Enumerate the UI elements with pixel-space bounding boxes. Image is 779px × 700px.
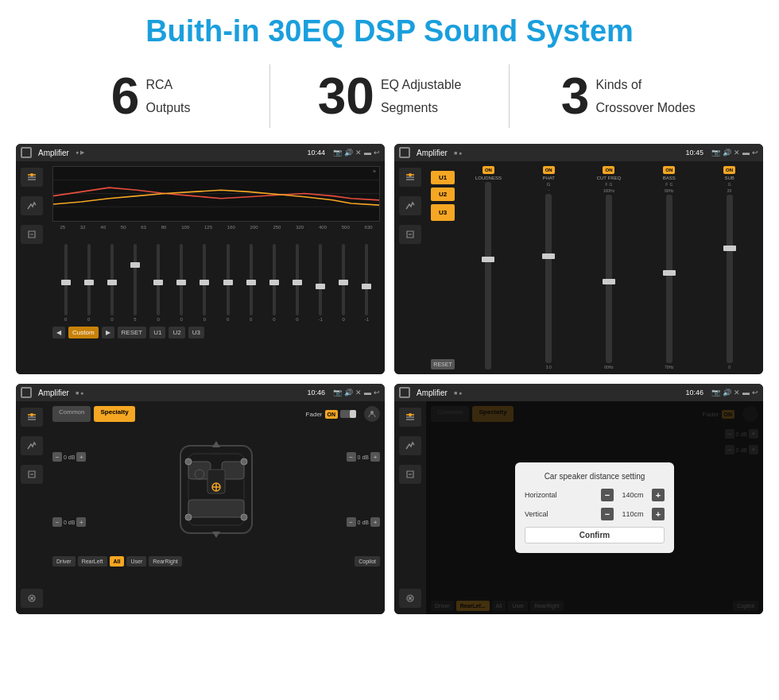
eq-slider-thumb-13[interactable] (362, 284, 371, 289)
preset-u2[interactable]: U2 (431, 188, 455, 201)
eq-slider-thumb-5[interactable] (176, 280, 186, 285)
eq-side-btn-3[interactable] (21, 225, 43, 244)
btn-rearright[interactable]: RearRight (149, 556, 182, 567)
home-icon-2[interactable] (399, 147, 410, 158)
dlg-side-btn-4[interactable] (399, 589, 421, 608)
status-bar-3: Amplifier ■ ● 10:46 📷 🔊 ✕ ▬ ↩ (16, 384, 385, 401)
eq-slider-thumb-11[interactable] (316, 284, 325, 289)
sp-side-btn-2[interactable] (21, 436, 43, 455)
eq-slider-track-11[interactable] (319, 244, 322, 315)
dialog-minus-vertical[interactable]: − (601, 508, 614, 520)
amp-side-btn-2[interactable] (399, 196, 421, 215)
eq-slider-thumb-12[interactable] (339, 280, 348, 285)
eq-slider-thumb-6[interactable] (200, 280, 209, 285)
eq-slider-track-6[interactable] (203, 244, 206, 315)
btn-driver[interactable]: Driver (52, 556, 76, 567)
eq-slider-col-11: -1 (315, 244, 326, 322)
preset-u3[interactable]: U3 (431, 204, 455, 221)
speaker-main-area: Common Specialty Fader ON (48, 401, 385, 614)
sp-side-btn-4[interactable] (21, 589, 43, 608)
eq-slider-thumb-7[interactable] (223, 280, 233, 285)
eq-custom-btn[interactable]: Custom (68, 327, 99, 338)
eq-slider-thumb-2[interactable] (107, 280, 117, 285)
app-name-3: Amplifier (38, 389, 69, 397)
dlg-side-btn-3[interactable] (399, 465, 421, 484)
eq-slider-track-12[interactable] (342, 244, 345, 315)
btn-rearleft[interactable]: RearLeft (78, 556, 107, 567)
eq-side-btn-2[interactable] (21, 196, 43, 215)
home-icon-3[interactable] (21, 387, 32, 398)
eq-slider-thumb-9[interactable] (269, 280, 279, 285)
eq-slider-track-3[interactable] (134, 244, 137, 315)
plus-btn-fr[interactable]: + (370, 452, 380, 462)
ch-bass-toggle[interactable]: ON (663, 166, 675, 174)
sp-side-btn-1[interactable] (21, 408, 43, 427)
eq-slider-track-13[interactable] (365, 244, 368, 315)
dialog-plus-horizontal[interactable]: + (652, 489, 665, 501)
db-val-rr: 0 dB (358, 520, 369, 525)
dialog-minus-horizontal[interactable]: − (601, 489, 614, 501)
eq-slider-track-0[interactable] (64, 244, 68, 315)
eq-labels: 253240 506380 100125160 200250320 400500… (52, 225, 380, 230)
minus-btn-fr[interactable]: − (347, 452, 356, 462)
eq-slider-col-3: 5 (130, 244, 141, 322)
person-icon[interactable] (364, 406, 380, 422)
ch-sub-toggle[interactable]: ON (723, 166, 735, 174)
eq-slider-track-9[interactable] (273, 244, 276, 315)
plus-btn-rl[interactable]: + (76, 517, 86, 527)
minus-btn-fl[interactable]: − (52, 452, 62, 462)
preset-u1[interactable]: U1 (431, 171, 455, 184)
eq-reset-btn[interactable]: RESET (118, 327, 147, 338)
time-4: 10:46 (685, 389, 703, 396)
eq-slider-track-8[interactable] (250, 244, 253, 315)
stat-divider-2 (509, 64, 510, 128)
eq-slider-thumb-3[interactable] (130, 262, 140, 268)
plus-btn-fl[interactable]: + (76, 452, 86, 462)
eq-u1-btn[interactable]: U1 (149, 327, 165, 338)
dlg-side-btn-1[interactable] (399, 408, 421, 427)
eq-slider-track-2[interactable] (110, 244, 114, 315)
amp-side-btn-1[interactable] (399, 168, 421, 187)
home-icon[interactable] (21, 147, 32, 158)
eq-u3-btn[interactable]: U3 (188, 327, 204, 338)
eq-slider-val-2: 0 (110, 317, 113, 322)
eq-slider-track-10[interactable] (296, 244, 299, 315)
btn-user[interactable]: User (126, 556, 146, 567)
fader-toggle[interactable]: ON (325, 410, 339, 419)
btn-copilot[interactable]: Copilot (355, 556, 380, 567)
ch-loudness-toggle[interactable]: ON (483, 166, 494, 174)
tab-specialty[interactable]: Specialty (94, 406, 134, 422)
eq-main-area: » 253240 506380 100125160 200250320 4005… (48, 161, 385, 374)
eq-slider-track-4[interactable] (157, 244, 160, 315)
eq-slider-thumb-0[interactable] (61, 280, 71, 285)
eq-slider-track-7[interactable] (227, 244, 230, 315)
eq-slider-thumb-8[interactable] (246, 280, 256, 285)
reset-btn-amp[interactable]: RESET (431, 359, 455, 369)
eq-slider-thumb-10[interactable] (293, 280, 302, 285)
svg-point-3 (30, 173, 33, 176)
ch-cutfreq-toggle[interactable]: ON (603, 166, 614, 174)
eq-prev-btn[interactable]: ◀ (52, 327, 65, 338)
tab-common[interactable]: Common (52, 406, 91, 422)
sp-side-btn-3[interactable] (21, 465, 43, 484)
amp-side-btn-3[interactable] (399, 225, 421, 244)
dialog-plus-vertical[interactable]: + (652, 508, 665, 520)
eq-slider-val-0: 0 (64, 317, 67, 322)
home-icon-4[interactable] (399, 387, 410, 398)
eq-slider-thumb-4[interactable] (153, 280, 163, 285)
eq-slider-track-1[interactable] (87, 244, 91, 315)
eq-side-btn-1[interactable] (21, 168, 43, 187)
dlg-side-btn-2[interactable] (399, 436, 421, 455)
ch-phat-toggle[interactable]: ON (543, 166, 555, 174)
minus-btn-rr[interactable]: − (347, 517, 356, 527)
plus-btn-rr[interactable]: + (370, 517, 380, 527)
eq-play-btn[interactable]: ▶ (102, 327, 114, 338)
dialog-label-vertical: Vertical (525, 510, 548, 518)
eq-u2-btn[interactable]: U2 (169, 327, 184, 338)
minus-btn-rl[interactable]: − (52, 517, 62, 527)
btn-all[interactable]: All (110, 556, 125, 567)
eq-slider-thumb-1[interactable] (84, 280, 94, 285)
eq-slider-track-5[interactable] (180, 244, 183, 315)
stat-number-crossover: 3 (561, 71, 590, 122)
confirm-button[interactable]: Confirm (525, 527, 665, 543)
